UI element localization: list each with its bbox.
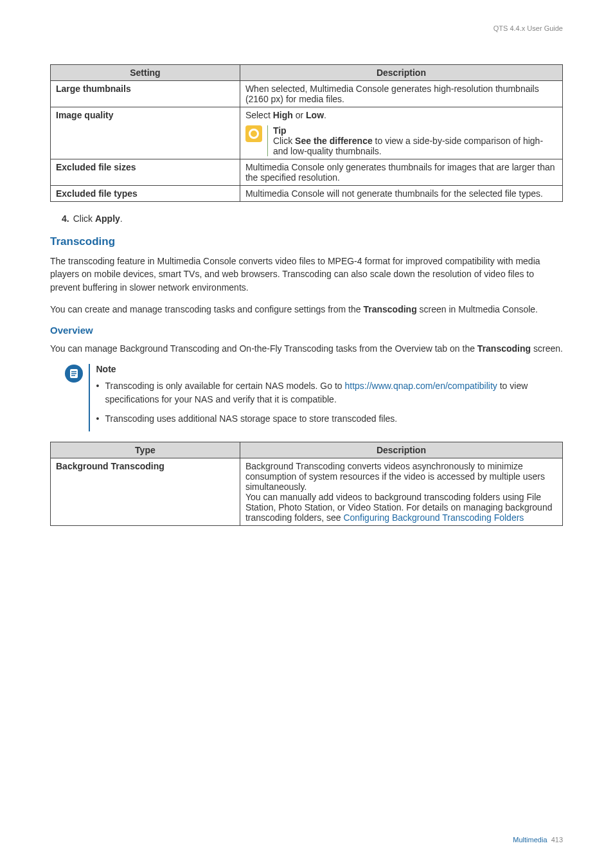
- tip-icon: [245, 125, 262, 142]
- note-icon: [64, 364, 84, 383]
- note-divider: [89, 364, 90, 431]
- step-number: 4.: [62, 213, 69, 224]
- p2-bold: Transcoding: [363, 304, 416, 314]
- settings-table: Setting Description Large thumbnails Whe…: [50, 64, 563, 202]
- setting-name: Excluded file types: [51, 186, 240, 202]
- tip-callout: Tip Click See the difference to view a s…: [245, 125, 557, 156]
- step-tail: .: [120, 213, 123, 224]
- footer-page-number: 413: [551, 836, 563, 844]
- desc-strong: Low: [306, 110, 324, 120]
- page-footer: Multimedia 413: [513, 836, 563, 844]
- heading-transcoding: Transcoding: [50, 235, 563, 248]
- ov-pre: You can manage Background Transcoding an…: [50, 343, 477, 354]
- desc-text: or: [293, 110, 306, 120]
- note-callout: Note Transcoding is only available for c…: [64, 364, 563, 431]
- type-desc-link[interactable]: Configuring Background Transcoding Folde…: [343, 512, 524, 523]
- type-name: Background Transcoding: [51, 458, 240, 526]
- ov-post: screen.: [531, 343, 563, 354]
- step-4: 4. Click Apply.: [62, 213, 563, 224]
- transcoding-paragraph-1: The transcoding feature in Multimedia Co…: [50, 255, 563, 294]
- step-pre: Click: [73, 213, 95, 224]
- setting-name: Image quality: [51, 107, 240, 159]
- settings-table-header-description: Description: [240, 65, 562, 81]
- setting-description: Multimedia Console will not generate thu…: [240, 186, 562, 202]
- ov-bold: Transcoding: [477, 343, 531, 354]
- setting-description: When selected, Multimedia Console genera…: [240, 81, 562, 107]
- type-description: Background Transcoding converts videos a…: [240, 458, 562, 526]
- header-guide-title: QTS 4.4.x User Guide: [50, 24, 563, 32]
- desc-strong: High: [273, 110, 293, 120]
- table-row: Image quality Select High or Low. Tip Cl…: [51, 107, 563, 159]
- setting-description: Multimedia Console only generates thumbn…: [240, 159, 562, 186]
- footer-section: Multimedia: [513, 836, 547, 844]
- table-row: Excluded file sizes Multimedia Console o…: [51, 159, 563, 186]
- settings-table-header-setting: Setting: [51, 65, 240, 81]
- tip-text-pre: Click: [273, 136, 295, 146]
- type-table-header-type: Type: [51, 442, 240, 458]
- note1-link[interactable]: https://www.qnap.com/en/compatibility: [345, 381, 497, 391]
- table-row: Large thumbnails When selected, Multimed…: [51, 81, 563, 107]
- type-table-header-description: Description: [240, 442, 562, 458]
- note-label: Note: [96, 364, 564, 374]
- step-text: Click Apply.: [73, 213, 123, 224]
- tip-text-bold: See the difference: [295, 136, 373, 146]
- note-content: Note Transcoding is only available for c…: [96, 364, 564, 431]
- overview-paragraph: You can manage Background Transcoding an…: [50, 342, 563, 355]
- table-row: Background Transcoding Background Transc…: [51, 458, 563, 526]
- p2-pre: You can create and manage transcoding ta…: [50, 304, 363, 314]
- note-item-1: Transcoding is only available for certai…: [96, 379, 564, 406]
- transcoding-paragraph-2: You can create and manage transcoding ta…: [50, 303, 563, 316]
- setting-name: Excluded file sizes: [51, 159, 240, 186]
- tip-divider: [267, 125, 268, 156]
- step-bold: Apply: [95, 213, 120, 224]
- note1-pre: Transcoding is only available for certai…: [105, 381, 345, 391]
- setting-description: Select High or Low. Tip Click See the di…: [240, 107, 562, 159]
- tip-content: Tip Click See the difference to view a s…: [273, 125, 557, 156]
- tip-label: Tip: [273, 125, 557, 136]
- heading-overview: Overview: [50, 325, 563, 336]
- setting-name: Large thumbnails: [51, 81, 240, 107]
- tip-text: Click See the difference to view a side-…: [273, 136, 557, 156]
- p2-post: screen in Multmedia Console.: [417, 304, 538, 314]
- note-item-2: Transcoding uses additional NAS storage …: [96, 412, 564, 425]
- desc-text: .: [324, 110, 326, 120]
- table-row: Excluded file types Multimedia Console w…: [51, 186, 563, 202]
- desc-text: Select: [245, 110, 273, 120]
- type-table: Type Description Background Transcoding …: [50, 442, 563, 526]
